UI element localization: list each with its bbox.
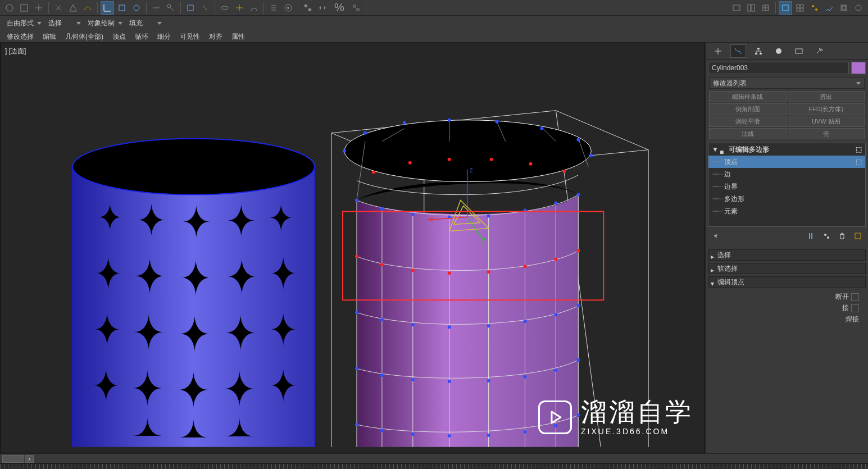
object-color-swatch[interactable]: [851, 62, 866, 74]
mod-btn[interactable]: 挤出: [788, 91, 865, 102]
tool-icon[interactable]: [808, 1, 821, 15]
tool-icon[interactable]: [316, 1, 329, 15]
svg-rect-17: [797, 8, 799, 11]
axis-x-label: x: [430, 215, 433, 223]
tool-icon[interactable]: [52, 1, 65, 15]
config-icon[interactable]: [852, 231, 864, 241]
tool-icon[interactable]: [81, 1, 94, 15]
tool-icon-active[interactable]: [779, 1, 792, 15]
tool-icon[interactable]: [149, 1, 163, 15]
modifier-list-dropdown[interactable]: 修改器列表: [709, 78, 865, 89]
stack-expand-icon[interactable]: ⬚: [856, 143, 862, 156]
tool-icon[interactable]: [852, 1, 865, 15]
svg-point-64: [576, 304, 580, 307]
tool-icon[interactable]: [184, 1, 197, 15]
menu-subdiv[interactable]: 细分: [153, 31, 175, 42]
tab-motion[interactable]: [771, 44, 787, 58]
modifier-stack[interactable]: ▼ ■ 可编辑多边形 ⬚ ┈┈┈顶点⬚ ┈┈┈边 ┈┈┈边界 ┈┈┈多边形 ┈┈…: [708, 143, 866, 227]
mod-btn[interactable]: FFD(长方体): [788, 103, 865, 115]
svg-rect-12: [748, 4, 751, 11]
viewport[interactable]: ] [边面]: [0, 43, 705, 453]
stack-sub-element[interactable]: ┈┈┈元素: [708, 205, 865, 217]
pin-icon[interactable]: [710, 231, 721, 241]
tool-icon[interactable]: [247, 1, 261, 15]
svg-point-80: [576, 413, 580, 417]
svg-marker-2: [70, 4, 76, 11]
svg-point-25: [344, 120, 591, 182]
ribbon-dd-fill[interactable]: 填充: [125, 17, 164, 29]
stack-sub-border[interactable]: ┈┈┈边界: [708, 180, 865, 193]
tool-icon[interactable]: [66, 1, 80, 15]
tab-hierarchy[interactable]: [751, 44, 766, 58]
svg-rect-102: [757, 48, 760, 49]
stack-sub-vertex[interactable]: ┈┈┈顶点⬚: [708, 156, 865, 168]
vert-weld-button[interactable]: 焊接: [711, 313, 862, 325]
tool-icon[interactable]: [267, 1, 280, 15]
tool-icon[interactable]: [233, 1, 246, 15]
scroll-btn[interactable]: ›: [25, 455, 34, 463]
trash-icon[interactable]: [837, 231, 848, 241]
tool-icon[interactable]: [822, 1, 836, 15]
tool-icon[interactable]: [301, 1, 315, 15]
svg-point-61: [487, 324, 490, 327]
svg-point-90: [408, 161, 412, 165]
rollout-head[interactable]: ▾编辑顶点: [708, 276, 866, 288]
ribbon-dd-objectpaint[interactable]: 对象绘制: [83, 17, 125, 29]
mod-btn[interactable]: 编辑样条线: [709, 91, 787, 102]
vert-connect-button[interactable]: 接: [711, 302, 862, 313]
rollout-head[interactable]: ▸软选择: [708, 263, 866, 274]
tool-icon[interactable]: [17, 1, 31, 15]
tool-icon[interactable]: [218, 1, 231, 15]
tool-icon[interactable]: [759, 1, 772, 15]
mod-btn[interactable]: 涡轮平滑: [709, 116, 787, 127]
mod-btn[interactable]: 倒角剖面: [709, 103, 787, 115]
tool-icon[interactable]: [32, 1, 46, 15]
tool-icon-active[interactable]: [101, 1, 114, 15]
menu-vertex[interactable]: 顶点: [108, 31, 130, 42]
stack-tool-icon[interactable]: [821, 231, 832, 241]
menu-visibility[interactable]: 可见性: [175, 31, 204, 42]
svg-point-77: [487, 434, 490, 437]
stack-tool-icon[interactable]: [805, 231, 816, 241]
scroll-thumb[interactable]: [2, 455, 24, 463]
tool-icon[interactable]: [164, 1, 178, 15]
timeline-ruler[interactable]: [0, 463, 868, 469]
ribbon-dd-select[interactable]: 选择: [44, 17, 83, 29]
mod-btn[interactable]: 壳: [788, 128, 865, 139]
time-slider-scroll[interactable]: ›: [0, 453, 868, 463]
svg-rect-14: [783, 5, 788, 11]
stack-sub-edge[interactable]: ┈┈┈边: [708, 168, 865, 180]
tool-icon[interactable]: [198, 1, 212, 15]
object-name-input[interactable]: [708, 62, 849, 74]
tool-icon[interactable]: [837, 1, 851, 15]
menu-align[interactable]: 对齐: [204, 31, 227, 42]
tool-icon[interactable]: [744, 1, 758, 15]
tab-modify[interactable]: [730, 44, 746, 58]
menu-props[interactable]: 属性: [227, 31, 249, 42]
tool-icon[interactable]: [3, 1, 16, 15]
vert-break-button[interactable]: 断开: [711, 291, 862, 302]
tab-display[interactable]: [791, 44, 807, 58]
stack-sub-polygon[interactable]: ┈┈┈多边形: [708, 193, 865, 205]
tool-icon[interactable]: [730, 1, 743, 15]
mod-btn[interactable]: UVW 贴图: [788, 116, 865, 127]
menu-geometry[interactable]: 几何体(全部): [61, 31, 108, 42]
tool-icon[interactable]: [130, 1, 143, 15]
tab-create[interactable]: [710, 44, 726, 58]
svg-point-44: [448, 119, 451, 122]
tool-icon[interactable]: [793, 1, 807, 15]
tab-utilities[interactable]: [811, 44, 827, 58]
menu-edit[interactable]: 编辑: [38, 31, 61, 42]
tool-icon[interactable]: [115, 1, 129, 15]
stack-header[interactable]: ▼ ■ 可编辑多边形 ⬚: [708, 143, 865, 156]
tool-icon[interactable]: [349, 1, 363, 15]
menu-loop[interactable]: 循环: [130, 31, 153, 42]
menu-modify-select[interactable]: 修改选择: [2, 31, 38, 42]
rollout-head[interactable]: ▸选择: [708, 249, 866, 261]
svg-point-92: [490, 158, 493, 161]
mod-btn[interactable]: 法线: [709, 128, 787, 139]
svg-point-62: [524, 320, 527, 323]
svg-point-41: [343, 149, 346, 153]
ribbon-dd-freeform[interactable]: 自由形式: [2, 17, 44, 29]
tool-icon[interactable]: [281, 1, 295, 15]
